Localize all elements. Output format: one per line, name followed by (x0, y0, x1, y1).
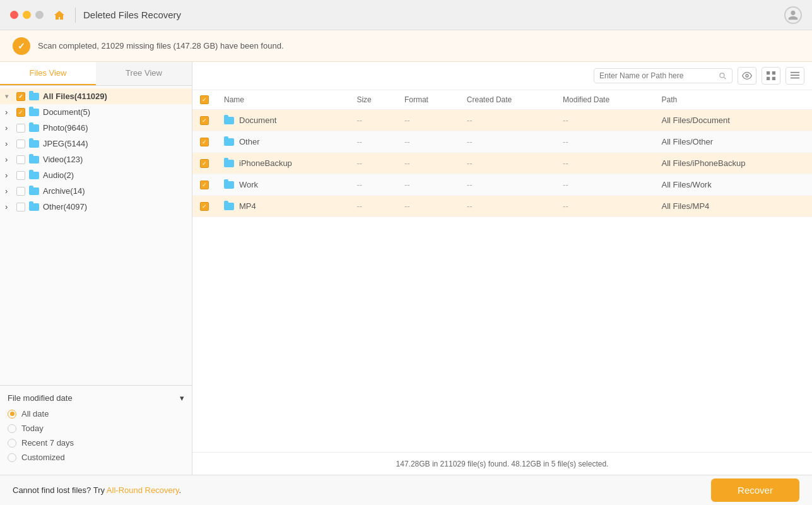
other-checkbox[interactable] (16, 203, 25, 211)
chevron-down-icon: ▾ (5, 93, 13, 100)
select-all-checkbox[interactable]: ✓ (200, 95, 209, 104)
left-panel: Files View Tree View ▾ ✓ All Files(41102… (0, 62, 192, 475)
search-box[interactable] (594, 68, 733, 83)
grid-view-button[interactable] (762, 67, 780, 85)
row-modified-date: -- (555, 110, 654, 131)
filter-label-all-date: All date (21, 409, 49, 419)
radio-recent-7[interactable] (8, 439, 16, 448)
scan-banner: ✓ Scan completed, 21029 missing files (1… (0, 30, 812, 62)
filter-label-recent-7: Recent 7 days (21, 438, 74, 448)
audio-folder-icon (29, 172, 39, 179)
video-checkbox[interactable] (16, 155, 25, 164)
filter-header[interactable]: File modified date ▾ (8, 393, 184, 403)
row-size: -- (349, 174, 397, 196)
tree-item-label: JPEG(5144) (43, 139, 88, 148)
filter-customized[interactable]: Customized (8, 453, 184, 462)
archive-checkbox[interactable] (16, 187, 25, 196)
row-name: iPhoneBackup (239, 158, 292, 168)
document-checkbox[interactable]: ✓ (16, 108, 25, 117)
tree-item-video[interactable]: › Video(123) (0, 152, 192, 167)
col-format: Format (397, 90, 459, 110)
row-created-date: -- (459, 110, 555, 131)
col-created-date: Created Date (459, 90, 555, 110)
fullscreen-button[interactable] (35, 11, 44, 19)
root-checkbox[interactable]: ✓ (16, 92, 25, 101)
tree-item-archive[interactable]: › Archive(14) (0, 183, 192, 199)
home-icon[interactable] (51, 7, 68, 23)
chevron-right-icon: › (5, 123, 13, 133)
scan-check-icon: ✓ (13, 37, 30, 55)
row-modified-date: -- (555, 174, 654, 196)
tree-item-other[interactable]: › Other(4097) (0, 199, 192, 215)
radio-all-date[interactable] (8, 410, 16, 419)
document-folder-icon (29, 109, 39, 116)
grid-icon (767, 71, 775, 80)
search-input[interactable] (599, 71, 714, 80)
radio-today[interactable] (8, 424, 16, 433)
filter-today[interactable]: Today (8, 424, 184, 433)
tree-item-jpeg[interactable]: › JPEG(5144) (0, 136, 192, 152)
row-checkbox-0[interactable]: ✓ (200, 116, 209, 125)
table-row[interactable]: ✓ MP4 -- -- -- -- All Files/MP4 (192, 196, 812, 217)
tab-tree-view[interactable]: Tree View (96, 62, 192, 85)
tree-item-photo[interactable]: › Photo(9646) (0, 120, 192, 136)
row-name: Document (239, 116, 276, 125)
row-checkbox-1[interactable]: ✓ (200, 138, 209, 146)
list-view-button[interactable] (786, 67, 804, 85)
chevron-right-icon: › (5, 155, 13, 164)
row-name: Other (239, 137, 260, 146)
row-folder-icon (224, 138, 234, 146)
view-tabs: Files View Tree View (0, 62, 192, 86)
chevron-right-icon: › (5, 170, 13, 180)
svg-rect-7 (791, 78, 799, 79)
title-divider (75, 8, 76, 23)
tree-root[interactable]: ▾ ✓ All Files(411029) (0, 88, 192, 104)
radio-customized[interactable] (8, 453, 16, 462)
recover-button[interactable]: Recover (711, 478, 799, 502)
svg-point-0 (746, 74, 748, 77)
row-path: All Files/MP4 (654, 196, 812, 217)
row-format: -- (397, 153, 459, 174)
audio-checkbox[interactable] (16, 171, 25, 180)
filter-all-date[interactable]: All date (8, 409, 184, 419)
close-button[interactable] (10, 11, 18, 19)
row-created-date: -- (459, 174, 555, 196)
filter-label-today: Today (21, 424, 44, 433)
chevron-right-icon: › (5, 202, 13, 211)
tree-item-audio[interactable]: › Audio(2) (0, 167, 192, 183)
row-checkbox-3[interactable]: ✓ (200, 181, 209, 189)
jpeg-folder-icon (29, 140, 39, 148)
tree-item-label: Audio(2) (43, 170, 74, 180)
row-name: Work (239, 180, 258, 189)
row-checkbox-4[interactable]: ✓ (200, 202, 209, 211)
file-table: ✓ Name Size Format Created Date Modified… (192, 90, 812, 452)
photo-checkbox[interactable] (16, 124, 25, 133)
table-row[interactable]: ✓ Document -- -- -- -- All Files/Documen… (192, 110, 812, 131)
title-bar: Deleted Files Recovery (0, 0, 812, 30)
filter-recent-7[interactable]: Recent 7 days (8, 438, 184, 448)
table-row[interactable]: ✓ Work -- -- -- -- All Files/Work (192, 174, 812, 196)
row-path: All Files/Work (654, 174, 812, 196)
tab-files-view[interactable]: Files View (0, 62, 96, 85)
table-row[interactable]: ✓ Other -- -- -- -- All Files/Other (192, 131, 812, 153)
tree-item-label: Other(4097) (43, 202, 87, 211)
row-size: -- (349, 110, 397, 131)
eye-icon-button[interactable] (738, 67, 756, 85)
jpeg-checkbox[interactable] (16, 140, 25, 148)
filter-chevron-icon: ▾ (180, 393, 184, 403)
video-folder-icon (29, 156, 39, 163)
tree-item-label: Photo(9646) (43, 123, 88, 133)
row-checkbox-2[interactable]: ✓ (200, 159, 209, 168)
user-icon[interactable] (784, 6, 802, 24)
col-modified-date: Modified Date (555, 90, 654, 110)
row-folder-icon (224, 160, 234, 167)
row-created-date: -- (459, 131, 555, 153)
scan-message: Scan completed, 21029 missing files (147… (38, 41, 284, 50)
row-format: -- (397, 196, 459, 217)
tree-item-document[interactable]: › ✓ Document(5) (0, 104, 192, 120)
status-text: 147.28GB in 211029 file(s) found. 48.12G… (396, 460, 609, 468)
minimize-button[interactable] (23, 11, 31, 19)
right-panel: ✓ Name Size Format Created Date Modified… (192, 62, 812, 475)
table-row[interactable]: ✓ iPhoneBackup -- -- -- -- All Files/iPh… (192, 153, 812, 174)
all-round-recovery-link[interactable]: All-Round Recovery (107, 485, 179, 495)
